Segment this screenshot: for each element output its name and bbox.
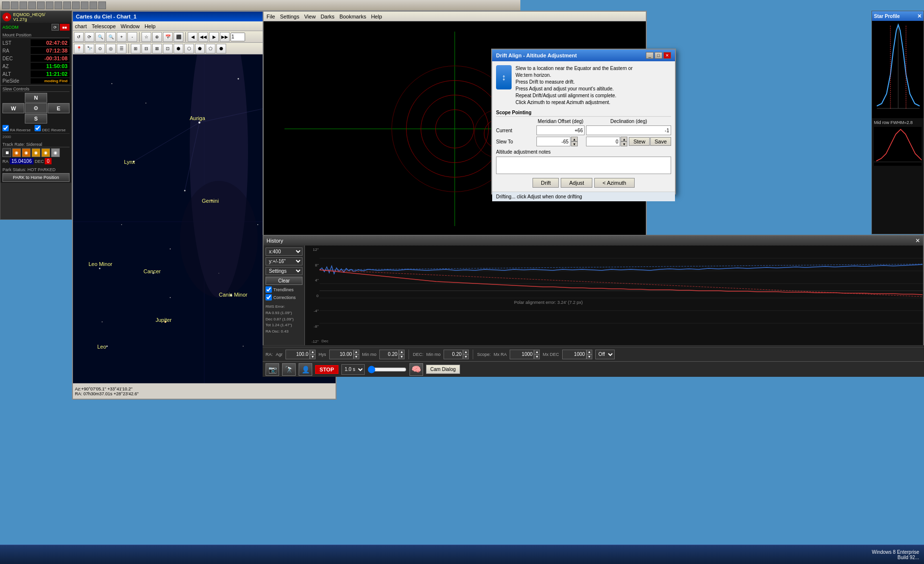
img-menu-bookmarks[interactable]: Bookmarks: [339, 14, 366, 19]
min-mo-ra-input[interactable]: [379, 350, 399, 359]
map-tb-btn-12[interactable]: ◀◀: [198, 32, 208, 42]
mx-ra-input[interactable]: [510, 350, 534, 359]
cam-btn-2[interactable]: 🔭: [282, 363, 296, 376]
settings-select[interactable]: Settings: [266, 267, 302, 275]
tb-icon-10[interactable]: [81, 1, 89, 9]
drift-close-button[interactable]: ✕: [663, 52, 671, 59]
brain-button[interactable]: 🧠: [409, 363, 423, 376]
map-tb-btn-29[interactable]: ⬢: [174, 44, 183, 53]
map-tb-btn-4[interactable]: 🔍: [106, 32, 116, 42]
map-tb-btn-9[interactable]: 📅: [163, 32, 173, 42]
map-tb-btn-24[interactable]: ☰: [117, 44, 126, 53]
stop-button[interactable]: STOP: [315, 365, 338, 374]
sp-close-button[interactable]: ✕: [917, 13, 922, 19]
min-mo-ra-up[interactable]: ▲: [399, 350, 405, 354]
cam-dialog-button[interactable]: Cam Dialog: [426, 365, 460, 374]
slew-south-button[interactable]: S: [25, 114, 47, 123]
dec-reverse-checkbox[interactable]: [35, 125, 41, 131]
cam-btn-3[interactable]: 👤: [299, 363, 312, 376]
tb-icon-11[interactable]: [89, 1, 97, 9]
y-scale-select[interactable]: y:+/-16": [266, 257, 302, 265]
slew-meridian-down[interactable]: ▼: [571, 141, 578, 146]
map-tb-btn-22[interactable]: ⊙: [95, 44, 105, 53]
alt-notes-textarea[interactable]: [496, 157, 671, 174]
map-tb-btn-32[interactable]: ⬠: [206, 44, 215, 53]
hys-input[interactable]: [329, 350, 354, 359]
img-menu-darks[interactable]: Darks: [320, 14, 335, 19]
azimuth-button[interactable]: < Azimuth: [594, 178, 635, 188]
tb-icon-5[interactable]: [37, 1, 45, 9]
mx-dec-up[interactable]: ▲: [586, 350, 592, 354]
stew-button[interactable]: Stew: [629, 137, 649, 146]
slew-west-button[interactable]: W: [2, 103, 24, 113]
slew-east-button[interactable]: E: [48, 103, 70, 113]
slew-declination-down[interactable]: ▼: [621, 141, 627, 146]
mx-dec-down[interactable]: ▼: [586, 354, 592, 359]
tb-icon-9[interactable]: [72, 1, 80, 9]
exposure-slider[interactable]: [368, 366, 407, 373]
slew-north-button[interactable]: N: [25, 93, 47, 103]
map-tb-btn-33[interactable]: ⬣: [216, 44, 226, 53]
agr-up-button[interactable]: ▲: [310, 350, 316, 354]
ra-reverse-checkbox[interactable]: [2, 125, 9, 131]
hys-up-button[interactable]: ▲: [354, 350, 359, 354]
mx-ra-up[interactable]: ▲: [534, 350, 540, 354]
off-select[interactable]: Off: [595, 350, 615, 359]
dec-min-mo-up[interactable]: ▲: [463, 350, 469, 354]
map-speed-input[interactable]: [231, 33, 245, 41]
map-menu-telescope[interactable]: Telescope: [91, 23, 116, 29]
agr-input[interactable]: [285, 350, 310, 359]
track-btn-4[interactable]: ◉: [32, 148, 40, 157]
tb-icon-6[interactable]: [46, 1, 53, 9]
map-tb-btn-28[interactable]: ⊡: [163, 44, 173, 53]
img-menu-help[interactable]: Help: [371, 14, 382, 19]
cam-btn-1[interactable]: 📷: [266, 363, 279, 376]
save-pointing-button[interactable]: Save: [650, 137, 671, 146]
park-button[interactable]: PARK to Home Position: [2, 173, 70, 182]
drift-button[interactable]: Drift: [533, 178, 559, 188]
map-tb-btn-10[interactable]: ⬛: [174, 32, 183, 42]
map-tb-btn-31[interactable]: ⬟: [195, 44, 205, 53]
map-tb-btn-23[interactable]: ◎: [106, 44, 116, 53]
slew-declination-input[interactable]: [586, 137, 620, 146]
tb-icon-7[interactable]: [54, 1, 62, 9]
map-tb-btn-30[interactable]: ⬡: [184, 44, 194, 53]
slew-meridian-up[interactable]: ▲: [571, 137, 578, 141]
drift-maximize-button[interactable]: □: [655, 52, 662, 59]
track-btn-3[interactable]: ◉: [22, 148, 31, 157]
slew-declination-up[interactable]: ▲: [621, 137, 627, 141]
slew-stop-button[interactable]: ⊙: [25, 103, 47, 113]
dec-min-mo-input[interactable]: [444, 350, 463, 359]
map-tb-btn-14[interactable]: ▶▶: [220, 32, 230, 42]
map-tb-btn-21[interactable]: 🔭: [85, 44, 94, 53]
current-meridian-input[interactable]: [536, 125, 585, 135]
track-stop-button[interactable]: ⏹: [2, 148, 11, 157]
tb-icon-3[interactable]: [19, 1, 27, 9]
map-tb-btn-11[interactable]: ◀: [188, 32, 197, 42]
clear-button[interactable]: Clear: [266, 277, 302, 285]
trendlines-checkbox[interactable]: [266, 286, 272, 293]
connect-button[interactable]: ⟳: [52, 24, 59, 31]
slew-meridian-input[interactable]: [536, 137, 570, 146]
img-menu-file[interactable]: File: [267, 14, 275, 19]
map-tb-btn-26[interactable]: ⊟: [142, 44, 151, 53]
img-menu-settings[interactable]: Settings: [280, 14, 300, 19]
map-tb-btn-5[interactable]: +: [117, 32, 126, 42]
map-tb-btn-20[interactable]: 📍: [74, 44, 84, 53]
dec-min-mo-down[interactable]: ▼: [463, 354, 469, 359]
map-menu-chart[interactable]: chart: [75, 23, 87, 29]
tb-icon-1[interactable]: [2, 1, 10, 9]
tb-icon-4[interactable]: [28, 1, 36, 9]
min-mo-ra-down[interactable]: ▼: [399, 354, 405, 359]
map-tb-btn-7[interactable]: ☆: [142, 32, 151, 42]
agr-down-button[interactable]: ▼: [310, 354, 316, 359]
map-tb-btn-25[interactable]: ⊞: [131, 44, 141, 53]
map-tb-btn-1[interactable]: ↺: [74, 32, 84, 42]
tb-icon-8[interactable]: [63, 1, 71, 9]
mx-dec-input[interactable]: [562, 350, 586, 359]
map-tb-btn-3[interactable]: 🔍: [95, 32, 105, 42]
track-btn-6[interactable]: ◉: [51, 148, 60, 157]
hys-down-button[interactable]: ▼: [354, 354, 359, 359]
corrections-checkbox[interactable]: [266, 294, 272, 300]
map-tb-btn-13[interactable]: ▶: [209, 32, 219, 42]
